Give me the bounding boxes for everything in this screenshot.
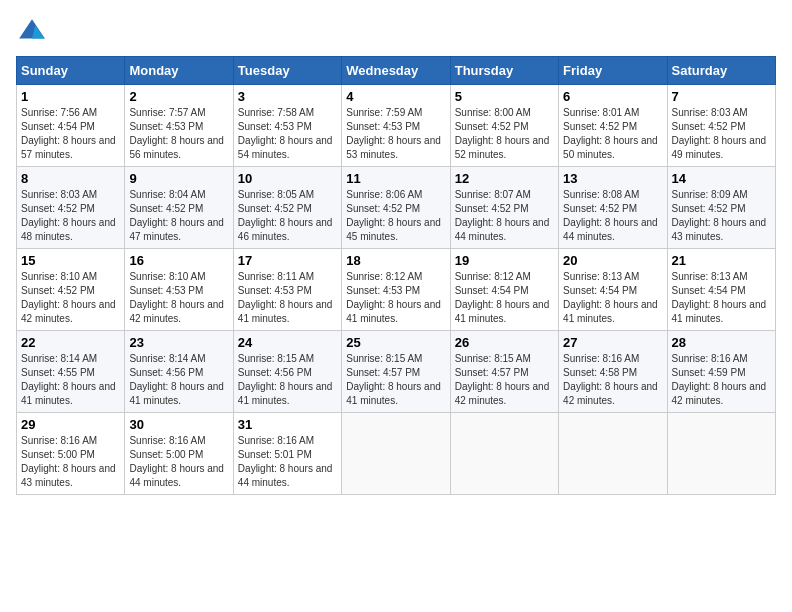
calendar-cell (342, 413, 450, 495)
calendar-cell: 26Sunrise: 8:15 AMSunset: 4:57 PMDayligh… (450, 331, 558, 413)
day-info: Sunrise: 8:16 AMSunset: 5:00 PMDaylight:… (129, 434, 228, 490)
calendar-cell: 19Sunrise: 8:12 AMSunset: 4:54 PMDayligh… (450, 249, 558, 331)
day-number: 30 (129, 417, 228, 432)
day-number: 28 (672, 335, 771, 350)
day-number: 10 (238, 171, 337, 186)
calendar-cell: 14Sunrise: 8:09 AMSunset: 4:52 PMDayligh… (667, 167, 775, 249)
day-info: Sunrise: 8:15 AMSunset: 4:57 PMDaylight:… (346, 352, 445, 408)
day-info: Sunrise: 8:16 AMSunset: 5:01 PMDaylight:… (238, 434, 337, 490)
day-info: Sunrise: 8:16 AMSunset: 4:59 PMDaylight:… (672, 352, 771, 408)
day-number: 13 (563, 171, 662, 186)
day-info: Sunrise: 7:58 AMSunset: 4:53 PMDaylight:… (238, 106, 337, 162)
day-info: Sunrise: 8:12 AMSunset: 4:54 PMDaylight:… (455, 270, 554, 326)
day-info: Sunrise: 8:12 AMSunset: 4:53 PMDaylight:… (346, 270, 445, 326)
day-number: 24 (238, 335, 337, 350)
calendar-cell: 22Sunrise: 8:14 AMSunset: 4:55 PMDayligh… (17, 331, 125, 413)
calendar-cell: 31Sunrise: 8:16 AMSunset: 5:01 PMDayligh… (233, 413, 341, 495)
calendar-cell: 5Sunrise: 8:00 AMSunset: 4:52 PMDaylight… (450, 85, 558, 167)
day-info: Sunrise: 7:57 AMSunset: 4:53 PMDaylight:… (129, 106, 228, 162)
day-number: 6 (563, 89, 662, 104)
calendar-cell: 27Sunrise: 8:16 AMSunset: 4:58 PMDayligh… (559, 331, 667, 413)
calendar-cell: 17Sunrise: 8:11 AMSunset: 4:53 PMDayligh… (233, 249, 341, 331)
day-number: 17 (238, 253, 337, 268)
calendar-cell: 10Sunrise: 8:05 AMSunset: 4:52 PMDayligh… (233, 167, 341, 249)
calendar-cell: 23Sunrise: 8:14 AMSunset: 4:56 PMDayligh… (125, 331, 233, 413)
header-day-wednesday: Wednesday (342, 57, 450, 85)
day-number: 15 (21, 253, 120, 268)
calendar-cell: 1Sunrise: 7:56 AMSunset: 4:54 PMDaylight… (17, 85, 125, 167)
calendar-cell: 25Sunrise: 8:15 AMSunset: 4:57 PMDayligh… (342, 331, 450, 413)
week-row-1: 1Sunrise: 7:56 AMSunset: 4:54 PMDaylight… (17, 85, 776, 167)
calendar-cell: 9Sunrise: 8:04 AMSunset: 4:52 PMDaylight… (125, 167, 233, 249)
header-day-monday: Monday (125, 57, 233, 85)
day-number: 18 (346, 253, 445, 268)
day-info: Sunrise: 8:15 AMSunset: 4:56 PMDaylight:… (238, 352, 337, 408)
day-number: 8 (21, 171, 120, 186)
day-info: Sunrise: 8:10 AMSunset: 4:53 PMDaylight:… (129, 270, 228, 326)
calendar-cell: 4Sunrise: 7:59 AMSunset: 4:53 PMDaylight… (342, 85, 450, 167)
calendar-cell: 12Sunrise: 8:07 AMSunset: 4:52 PMDayligh… (450, 167, 558, 249)
day-info: Sunrise: 8:00 AMSunset: 4:52 PMDaylight:… (455, 106, 554, 162)
day-info: Sunrise: 8:03 AMSunset: 4:52 PMDaylight:… (672, 106, 771, 162)
calendar-cell: 18Sunrise: 8:12 AMSunset: 4:53 PMDayligh… (342, 249, 450, 331)
week-row-2: 8Sunrise: 8:03 AMSunset: 4:52 PMDaylight… (17, 167, 776, 249)
day-number: 19 (455, 253, 554, 268)
header-day-sunday: Sunday (17, 57, 125, 85)
header-row: SundayMondayTuesdayWednesdayThursdayFrid… (17, 57, 776, 85)
day-info: Sunrise: 8:16 AMSunset: 5:00 PMDaylight:… (21, 434, 120, 490)
calendar-cell: 2Sunrise: 7:57 AMSunset: 4:53 PMDaylight… (125, 85, 233, 167)
day-number: 20 (563, 253, 662, 268)
day-number: 21 (672, 253, 771, 268)
calendar-header: SundayMondayTuesdayWednesdayThursdayFrid… (17, 57, 776, 85)
day-info: Sunrise: 8:01 AMSunset: 4:52 PMDaylight:… (563, 106, 662, 162)
day-info: Sunrise: 7:56 AMSunset: 4:54 PMDaylight:… (21, 106, 120, 162)
calendar-body: 1Sunrise: 7:56 AMSunset: 4:54 PMDaylight… (17, 85, 776, 495)
calendar-cell: 29Sunrise: 8:16 AMSunset: 5:00 PMDayligh… (17, 413, 125, 495)
day-number: 22 (21, 335, 120, 350)
page-header (16, 16, 776, 48)
day-number: 9 (129, 171, 228, 186)
day-info: Sunrise: 8:07 AMSunset: 4:52 PMDaylight:… (455, 188, 554, 244)
day-info: Sunrise: 8:14 AMSunset: 4:55 PMDaylight:… (21, 352, 120, 408)
calendar-cell: 13Sunrise: 8:08 AMSunset: 4:52 PMDayligh… (559, 167, 667, 249)
calendar-cell: 3Sunrise: 7:58 AMSunset: 4:53 PMDaylight… (233, 85, 341, 167)
week-row-3: 15Sunrise: 8:10 AMSunset: 4:52 PMDayligh… (17, 249, 776, 331)
day-info: Sunrise: 8:14 AMSunset: 4:56 PMDaylight:… (129, 352, 228, 408)
day-number: 31 (238, 417, 337, 432)
day-number: 25 (346, 335, 445, 350)
calendar-cell: 15Sunrise: 8:10 AMSunset: 4:52 PMDayligh… (17, 249, 125, 331)
calendar-cell: 28Sunrise: 8:16 AMSunset: 4:59 PMDayligh… (667, 331, 775, 413)
day-info: Sunrise: 8:11 AMSunset: 4:53 PMDaylight:… (238, 270, 337, 326)
calendar-cell (450, 413, 558, 495)
calendar-cell: 7Sunrise: 8:03 AMSunset: 4:52 PMDaylight… (667, 85, 775, 167)
calendar-cell: 24Sunrise: 8:15 AMSunset: 4:56 PMDayligh… (233, 331, 341, 413)
day-info: Sunrise: 8:06 AMSunset: 4:52 PMDaylight:… (346, 188, 445, 244)
calendar-cell: 11Sunrise: 8:06 AMSunset: 4:52 PMDayligh… (342, 167, 450, 249)
day-number: 11 (346, 171, 445, 186)
day-info: Sunrise: 8:04 AMSunset: 4:52 PMDaylight:… (129, 188, 228, 244)
calendar-cell: 20Sunrise: 8:13 AMSunset: 4:54 PMDayligh… (559, 249, 667, 331)
logo-icon (16, 16, 48, 48)
day-info: Sunrise: 8:13 AMSunset: 4:54 PMDaylight:… (563, 270, 662, 326)
week-row-4: 22Sunrise: 8:14 AMSunset: 4:55 PMDayligh… (17, 331, 776, 413)
week-row-5: 29Sunrise: 8:16 AMSunset: 5:00 PMDayligh… (17, 413, 776, 495)
header-day-thursday: Thursday (450, 57, 558, 85)
calendar-cell (559, 413, 667, 495)
day-info: Sunrise: 8:16 AMSunset: 4:58 PMDaylight:… (563, 352, 662, 408)
day-info: Sunrise: 7:59 AMSunset: 4:53 PMDaylight:… (346, 106, 445, 162)
header-day-saturday: Saturday (667, 57, 775, 85)
day-number: 14 (672, 171, 771, 186)
day-number: 27 (563, 335, 662, 350)
day-number: 7 (672, 89, 771, 104)
day-info: Sunrise: 8:15 AMSunset: 4:57 PMDaylight:… (455, 352, 554, 408)
day-info: Sunrise: 8:05 AMSunset: 4:52 PMDaylight:… (238, 188, 337, 244)
calendar-cell: 16Sunrise: 8:10 AMSunset: 4:53 PMDayligh… (125, 249, 233, 331)
day-number: 26 (455, 335, 554, 350)
calendar-cell (667, 413, 775, 495)
day-info: Sunrise: 8:03 AMSunset: 4:52 PMDaylight:… (21, 188, 120, 244)
day-info: Sunrise: 8:08 AMSunset: 4:52 PMDaylight:… (563, 188, 662, 244)
day-info: Sunrise: 8:09 AMSunset: 4:52 PMDaylight:… (672, 188, 771, 244)
calendar-cell: 21Sunrise: 8:13 AMSunset: 4:54 PMDayligh… (667, 249, 775, 331)
day-number: 3 (238, 89, 337, 104)
day-number: 16 (129, 253, 228, 268)
